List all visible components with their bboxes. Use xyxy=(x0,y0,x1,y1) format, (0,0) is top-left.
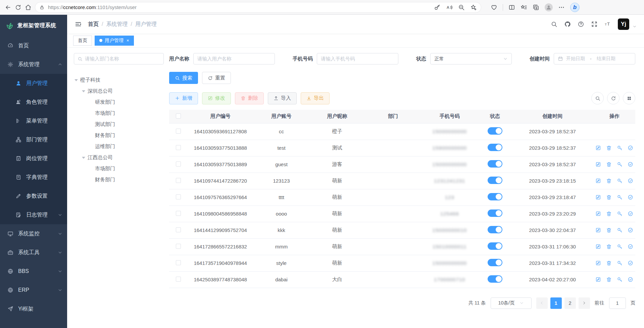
tree-node-运维部门[interactable]: 运维部门 xyxy=(74,141,164,152)
sidebar-item-dict-mgmt[interactable]: 字典管理 xyxy=(0,168,67,187)
row-checkbox[interactable] xyxy=(176,178,181,183)
address-bar[interactable]: https://ccnetcore.com:1101/system/user A xyxy=(35,2,481,13)
phone-input[interactable] xyxy=(321,56,394,61)
export-button[interactable]: 导出 xyxy=(301,92,330,104)
sidebar-item-user-mgmt[interactable]: 用户管理 xyxy=(0,74,67,93)
row-checkbox[interactable] xyxy=(176,211,181,216)
assign-role-icon[interactable] xyxy=(628,277,633,282)
reset-password-icon[interactable] xyxy=(617,145,623,151)
tree-node-市场部门[interactable]: 市场部门 xyxy=(74,108,164,119)
delete-user-icon[interactable] xyxy=(606,277,612,282)
assign-role-icon[interactable] xyxy=(628,161,633,167)
tab-用户管理[interactable]: 用户管理× xyxy=(95,36,134,46)
tree-node-测试部门[interactable]: 测试部门 xyxy=(74,119,164,130)
tree-node-橙子科技[interactable]: 橙子科技 xyxy=(74,75,164,86)
delete-user-icon[interactable] xyxy=(606,178,612,184)
assign-role-icon[interactable] xyxy=(628,178,633,184)
sidebar-item-erp[interactable]: ERP xyxy=(0,281,67,299)
reset-password-icon[interactable] xyxy=(617,194,623,200)
toggle-search-button[interactable] xyxy=(591,92,604,104)
edit-user-icon[interactable] xyxy=(595,178,601,184)
edit-user-icon[interactable] xyxy=(595,211,601,217)
header-search-icon[interactable] xyxy=(551,21,557,28)
edit-user-icon[interactable] xyxy=(595,277,601,282)
assign-role-icon[interactable] xyxy=(628,227,633,233)
breadcrumb-item[interactable]: 用户管理 xyxy=(135,21,157,28)
edit-user-icon[interactable] xyxy=(595,227,601,233)
browser-essentials-icon[interactable] xyxy=(491,4,497,11)
assign-role-icon[interactable] xyxy=(628,145,633,151)
breadcrumb-item[interactable]: 首页 xyxy=(88,21,99,28)
edit-user-icon[interactable] xyxy=(595,145,601,151)
browser-refresh-icon[interactable] xyxy=(15,4,21,11)
row-checkbox[interactable] xyxy=(176,145,181,150)
status-toggle[interactable] xyxy=(488,144,502,151)
username-input[interactable] xyxy=(197,56,271,61)
sidebar-item-param-settings[interactable]: 参数设置 xyxy=(0,187,67,205)
reset-button[interactable]: 重置 xyxy=(202,72,231,84)
tree-expand-caret-icon[interactable] xyxy=(82,157,85,159)
tree-node-财务部门[interactable]: 财务部门 xyxy=(74,174,164,185)
column-settings-button[interactable] xyxy=(623,92,635,104)
status-toggle[interactable] xyxy=(488,209,502,217)
tree-node-财务部门[interactable]: 财务部门 xyxy=(74,130,164,141)
reset-password-icon[interactable] xyxy=(617,244,623,249)
reset-password-icon[interactable] xyxy=(617,178,623,184)
reset-password-icon[interactable] xyxy=(617,277,623,282)
sidebar-item-yi-framework[interactable]: Yi框架 xyxy=(0,299,67,318)
delete-user-icon[interactable] xyxy=(606,260,612,266)
tree-expand-caret-icon[interactable] xyxy=(82,90,85,92)
reset-password-icon[interactable] xyxy=(617,227,623,233)
edit-user-icon[interactable] xyxy=(595,194,601,200)
sidebar-item-system-monitor[interactable]: 系统监控 xyxy=(0,224,67,243)
tree-node-深圳总公司[interactable]: 深圳总公司 xyxy=(74,86,164,97)
sidebar-item-bbs[interactable]: BBS xyxy=(0,262,67,281)
status-toggle[interactable] xyxy=(488,242,502,250)
assign-role-icon[interactable] xyxy=(628,211,633,217)
zoom-out-icon[interactable] xyxy=(458,4,465,11)
add-button[interactable]: 新增 xyxy=(169,92,198,104)
sidebar-item-dept-mgmt[interactable]: 部门管理 xyxy=(0,130,67,149)
row-checkbox[interactable] xyxy=(176,194,181,199)
sidebar-item-role-mgmt[interactable]: 角色管理 xyxy=(0,93,67,111)
status-select[interactable]: 正常 xyxy=(430,53,512,64)
favorites-icon[interactable] xyxy=(521,4,527,11)
delete-user-icon[interactable] xyxy=(606,161,612,167)
password-manager-icon[interactable] xyxy=(434,4,441,11)
sidebar-item-post-mgmt[interactable]: 岗位管理 xyxy=(0,149,67,168)
delete-button[interactable]: 删除 xyxy=(235,92,264,104)
help-icon[interactable] xyxy=(578,21,584,28)
read-aloud-icon[interactable]: A xyxy=(446,4,453,11)
prev-page-button[interactable] xyxy=(536,297,548,309)
date-range-picker[interactable]: 开始日期 - 结束日期 xyxy=(554,53,635,64)
sidebar-item-system-tools[interactable]: 系统工具 xyxy=(0,243,67,262)
split-screen-icon[interactable] xyxy=(508,4,515,11)
tree-node-江西总公司[interactable]: 江西总公司 xyxy=(74,152,164,163)
row-checkbox[interactable] xyxy=(176,244,181,249)
user-avatar[interactable]: Yj xyxy=(618,18,629,30)
row-checkbox[interactable] xyxy=(176,260,181,265)
status-toggle[interactable] xyxy=(488,193,502,200)
tab-首页[interactable]: 首页 xyxy=(73,36,92,46)
copilot-icon[interactable]: b xyxy=(570,3,580,12)
tree-node-研发部门[interactable]: 研发部门 xyxy=(74,97,164,108)
status-toggle[interactable] xyxy=(488,259,502,266)
reset-password-icon[interactable] xyxy=(617,161,623,167)
fullscreen-icon[interactable] xyxy=(591,21,598,28)
github-icon[interactable] xyxy=(564,21,571,28)
browser-profile-avatar[interactable] xyxy=(545,3,553,11)
font-size-icon[interactable]: TT xyxy=(604,21,611,28)
collections-icon[interactable] xyxy=(533,4,539,11)
site-permissions-icon[interactable] xyxy=(39,5,45,10)
add-favorite-icon[interactable] xyxy=(470,4,477,11)
page-button-2[interactable]: 2 xyxy=(564,297,576,309)
status-toggle[interactable] xyxy=(488,127,502,135)
assign-role-icon[interactable] xyxy=(628,260,633,266)
delete-user-icon[interactable] xyxy=(606,211,612,217)
import-button[interactable]: 导入 xyxy=(268,92,297,104)
delete-user-icon[interactable] xyxy=(606,145,612,151)
reset-password-icon[interactable] xyxy=(617,211,623,217)
status-toggle[interactable] xyxy=(488,177,502,184)
page-button-1[interactable]: 1 xyxy=(550,297,562,309)
goto-page-input[interactable] xyxy=(609,297,626,309)
